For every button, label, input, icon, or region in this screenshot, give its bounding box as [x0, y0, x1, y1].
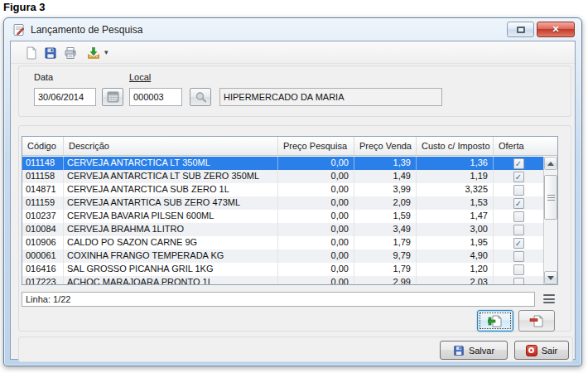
table-row[interactable]: 010237CERVEJA BAVARIA PILSEN 600ML0,001,… [22, 210, 543, 223]
cell-descricao[interactable]: CERVEJA ANTARTICA SUB ZERO 473ML [64, 196, 278, 210]
column-header-custo[interactable]: Custo c/ Imposto [417, 137, 494, 155]
cell-codigo[interactable]: 000061 [22, 249, 64, 263]
cell-descricao[interactable]: COXINHA FRANGO TEMPERADA KG [64, 249, 278, 263]
oferta-checkbox-checked[interactable]: ✓ [513, 238, 524, 249]
column-header-descricao[interactable]: Descrição [64, 137, 278, 155]
local-code-input[interactable] [129, 88, 182, 106]
cell-descricao[interactable]: ACHOC MARAJOARA PRONTO 1L [64, 276, 278, 284]
cell-custo[interactable]: 1,53 [417, 196, 494, 210]
oferta-checkbox-checked[interactable]: ✓ [513, 158, 524, 169]
print-button[interactable] [62, 45, 79, 61]
export-dropdown-caret[interactable]: ▾ [104, 48, 108, 56]
oferta-checkbox-unchecked[interactable] [513, 225, 524, 235]
cell-preco-pesquisa[interactable]: 0,00 [278, 263, 354, 276]
cell-descricao[interactable]: CERVEJA ANTARCTICA LT SUB ZERO 350ML [64, 170, 278, 183]
scroll-down-button[interactable] [544, 271, 557, 284]
add-row-button[interactable] [477, 310, 513, 332]
cell-preco-pesquisa[interactable]: 0,00 [278, 170, 354, 183]
table-row[interactable]: 011148CERVEJA ANTARCTICA LT 350ML0,001,3… [22, 157, 543, 170]
data-input[interactable] [34, 88, 96, 106]
scrollbar-thumb[interactable] [544, 175, 557, 220]
table-row[interactable]: 017223ACHOC MARAJOARA PRONTO 1L0,002,992… [22, 276, 543, 284]
cell-preco-venda[interactable]: 1,39 [354, 157, 417, 170]
cell-custo[interactable]: 1,20 [417, 263, 494, 276]
cell-oferta [494, 276, 543, 284]
column-header-preco-pesquisa[interactable]: Preço Pesquisa [278, 137, 354, 155]
table-row[interactable]: 014871CERVEJA ANTARCTICA SUB ZERO 1L0,00… [22, 183, 543, 196]
cell-descricao[interactable]: CERVEJA ANTARCTICA SUB ZERO 1L [64, 183, 278, 196]
cell-preco-pesquisa[interactable]: 0,00 [278, 196, 354, 210]
grid-options-icon[interactable] [543, 293, 555, 304]
local-search-button[interactable] [190, 88, 211, 106]
cell-custo[interactable]: 3,325 [417, 183, 494, 196]
cell-codigo[interactable]: 016416 [22, 263, 64, 276]
table-row[interactable]: 011158CERVEJA ANTARCTICA LT SUB ZERO 350… [22, 170, 543, 183]
table-row[interactable]: 010906CALDO PO SAZON CARNE 9G0,001,791,9… [22, 236, 543, 249]
cell-custo[interactable]: 3,00 [417, 223, 494, 236]
scroll-up-button[interactable] [544, 157, 557, 170]
cell-custo[interactable]: 1,47 [417, 210, 494, 223]
save-button[interactable] [42, 45, 59, 61]
cell-codigo[interactable]: 011158 [22, 170, 64, 183]
cell-preco-venda[interactable]: 3,99 [354, 183, 417, 196]
salvar-button[interactable]: Salvar [440, 341, 508, 360]
cell-preco-venda[interactable]: 1,59 [354, 210, 417, 223]
oferta-checkbox-checked[interactable]: ✓ [513, 172, 524, 182]
cell-preco-venda[interactable]: 3,49 [354, 223, 417, 236]
status-bar: Linha: 1/22 [22, 292, 535, 307]
minimize-button[interactable] [507, 22, 534, 37]
cell-custo[interactable]: 4,90 [417, 249, 494, 263]
cell-custo[interactable]: 1,36 [417, 157, 494, 170]
cell-preco-pesquisa[interactable]: 0,00 [278, 223, 354, 236]
table-row[interactable]: 010084CERVEJA BRAHMA 1LITRO0,003,493,00 [22, 223, 543, 236]
cell-preco-pesquisa[interactable]: 0,00 [278, 210, 354, 223]
cell-preco-venda[interactable]: 2,09 [354, 196, 417, 210]
cell-custo[interactable]: 2,03 [417, 276, 494, 284]
sair-button[interactable]: Sair [514, 341, 569, 360]
cell-codigo[interactable]: 010237 [22, 210, 64, 223]
table-row[interactable]: 016416SAL GROSSO PICANHA GRIL 1KG0,001,7… [22, 263, 543, 276]
column-header-codigo[interactable]: Código [22, 137, 64, 155]
cell-preco-pesquisa[interactable]: 0,00 [278, 249, 354, 263]
delete-row-button[interactable] [518, 310, 555, 332]
oferta-checkbox-checked[interactable]: ✓ [513, 198, 524, 209]
cell-preco-pesquisa[interactable]: 0,00 [278, 236, 354, 249]
oferta-checkbox-unchecked[interactable] [513, 264, 524, 275]
cell-codigo[interactable]: 010906 [22, 236, 64, 249]
cell-descricao[interactable]: SAL GROSSO PICANHA GRIL 1KG [64, 263, 278, 276]
cell-codigo[interactable]: 011159 [22, 196, 64, 210]
oferta-checkbox-unchecked[interactable] [513, 251, 524, 262]
table-row[interactable]: 011159CERVEJA ANTARTICA SUB ZERO 473ML0,… [22, 196, 543, 210]
oferta-checkbox-unchecked[interactable] [513, 278, 524, 285]
cell-descricao[interactable]: CERVEJA BAVARIA PILSEN 600ML [64, 210, 278, 223]
cell-preco-pesquisa[interactable]: 0,00 [278, 276, 354, 284]
cell-codigo[interactable]: 014871 [22, 183, 64, 196]
local-name-field[interactable] [219, 88, 442, 106]
oferta-checkbox-unchecked[interactable] [513, 185, 524, 196]
export-button[interactable] [85, 45, 102, 61]
cell-codigo[interactable]: 011148 [22, 157, 64, 170]
oferta-checkbox-unchecked[interactable] [513, 211, 524, 222]
close-button[interactable]: ✕ [537, 22, 575, 37]
cell-descricao[interactable]: CERVEJA ANTARCTICA LT 350ML [64, 157, 278, 170]
cell-descricao[interactable]: CERVEJA BRAHMA 1LITRO [64, 223, 278, 236]
cell-preco-venda[interactable]: 1,49 [354, 170, 417, 183]
cell-descricao[interactable]: CALDO PO SAZON CARNE 9G [64, 236, 278, 249]
cell-custo[interactable]: 1,95 [417, 236, 494, 249]
calendar-button[interactable] [102, 88, 123, 106]
cell-preco-venda[interactable]: 9,79 [354, 249, 417, 263]
table-row[interactable]: 000061COXINHA FRANGO TEMPERADA KG0,009,7… [22, 249, 543, 263]
cell-codigo[interactable]: 017223 [22, 276, 64, 284]
cell-preco-venda[interactable]: 2,99 [354, 276, 417, 284]
cell-preco-pesquisa[interactable]: 0,00 [278, 183, 354, 196]
cell-preco-venda[interactable]: 1,79 [354, 263, 417, 276]
column-header-preco-venda[interactable]: Preço Venda [354, 137, 417, 155]
column-header-oferta[interactable]: Oferta [494, 137, 543, 155]
export-icon [87, 46, 100, 60]
new-document-button[interactable] [23, 45, 40, 61]
vertical-scrollbar[interactable] [543, 157, 557, 284]
cell-custo[interactable]: 1,19 [417, 170, 494, 183]
cell-preco-venda[interactable]: 1,79 [354, 236, 417, 249]
cell-preco-pesquisa[interactable]: 0,00 [278, 157, 354, 170]
cell-codigo[interactable]: 010084 [22, 223, 64, 236]
